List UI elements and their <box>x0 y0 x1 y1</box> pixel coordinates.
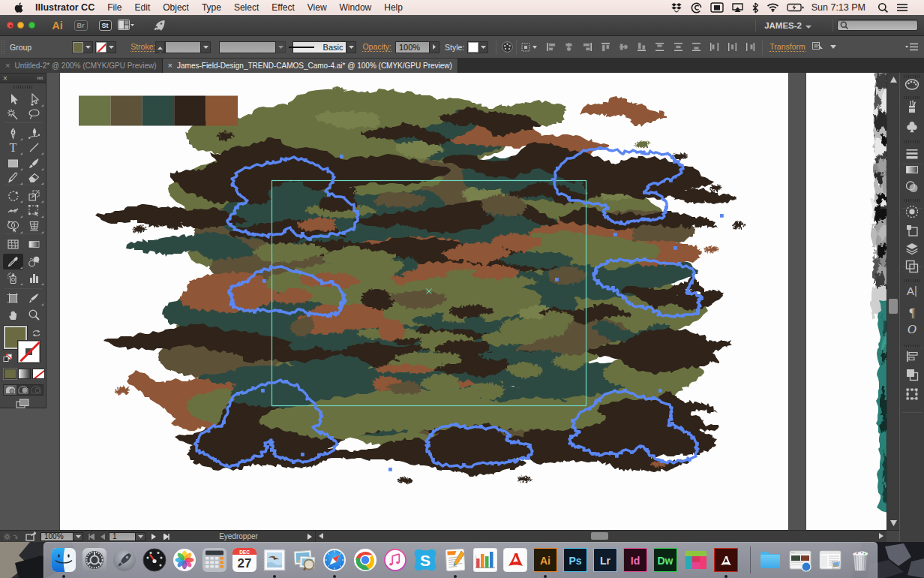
distribute-bottom-button[interactable] <box>692 42 701 52</box>
color-mode-button[interactable] <box>4 369 16 379</box>
panel-links-icon[interactable] <box>903 222 921 239</box>
gpu-performance-icon[interactable] <box>154 20 166 31</box>
scroll-up-arrow[interactable] <box>887 74 899 85</box>
fill-color-swatch[interactable] <box>73 42 83 53</box>
dock-app-acrobat-dc[interactable] <box>714 548 738 572</box>
dock-app-calculator[interactable] <box>202 548 226 572</box>
window-zoom-button[interactable] <box>28 22 35 29</box>
dock-app-window-mail[interactable] <box>818 548 842 572</box>
panel-dock-grip[interactable] <box>904 279 920 282</box>
stroke-color-swatch[interactable] <box>96 42 106 53</box>
share-icon[interactable] <box>26 531 37 541</box>
tool-shape-builder[interactable] <box>3 218 23 234</box>
camo-artwork[interactable] <box>95 86 746 485</box>
sync-settings-icon[interactable] <box>3 532 18 541</box>
fill-color-dropdown[interactable] <box>83 41 93 53</box>
default-fill-stroke-icon[interactable] <box>3 352 13 366</box>
scroll-left-arrow[interactable] <box>318 533 323 539</box>
align-top-button[interactable] <box>601 42 610 52</box>
dock-app-numbers[interactable] <box>473 548 497 572</box>
tool-paintbrush[interactable] <box>24 155 44 171</box>
menu-item-select[interactable]: Select <box>234 2 259 13</box>
panel-layers-icon[interactable] <box>903 240 921 257</box>
arrange-documents-button[interactable] <box>118 20 134 31</box>
dock-app-preview[interactable] <box>292 548 316 572</box>
align-to-selection-button[interactable] <box>520 42 537 53</box>
dock-app-mail[interactable] <box>262 548 286 572</box>
panel-color-icon[interactable] <box>903 76 921 92</box>
palette-swatch-2[interactable] <box>110 96 142 126</box>
first-artboard-button[interactable] <box>87 534 94 540</box>
align-right-button[interactable] <box>583 42 592 52</box>
menu-item-window[interactable]: Window <box>340 2 372 13</box>
dock-app-dreamweaver[interactable]: Dw <box>653 548 677 572</box>
stroke-weight-dropdown[interactable] <box>201 41 211 53</box>
brush-definition-dropdown[interactable] <box>346 41 356 53</box>
collapse-icon[interactable]: «« <box>37 74 43 83</box>
zoom-field[interactable]: 100% <box>40 532 74 541</box>
bridge-button[interactable]: Br <box>74 20 88 31</box>
dock-app-photoshop[interactable]: Ps <box>563 548 587 572</box>
panel-opentype-icon[interactable]: O <box>903 321 921 338</box>
previous-artboard-button[interactable] <box>100 534 105 540</box>
opacity-panel-link[interactable]: Opacity: <box>362 42 392 52</box>
tool-zoom[interactable] <box>24 307 44 323</box>
dock-app-photos[interactable] <box>172 548 196 572</box>
window-close-button[interactable] <box>7 22 14 29</box>
airplay-icon[interactable] <box>731 3 744 13</box>
swap-fill-stroke-icon[interactable] <box>32 327 40 340</box>
menu-item-object[interactable]: Object <box>163 2 189 13</box>
palette-swatch-5[interactable] <box>206 96 238 126</box>
artboard-number-field[interactable]: 1 <box>109 532 136 541</box>
tool-blend[interactable] <box>24 254 44 269</box>
tool-perspective-grid[interactable] <box>24 218 44 234</box>
panel-dock-grip[interactable] <box>904 345 920 348</box>
tool-slice[interactable] <box>24 291 44 306</box>
dock-app-lightroom[interactable]: Lr <box>593 548 617 572</box>
tool-width[interactable] <box>3 203 23 218</box>
menu-item-help[interactable]: Help <box>384 2 403 13</box>
menu-item-edit[interactable]: Edit <box>135 2 151 13</box>
palette-swatch-1[interactable] <box>79 96 110 126</box>
tool-line[interactable] <box>24 140 44 155</box>
width-profile-field[interactable] <box>219 41 276 53</box>
zoom-dropdown[interactable] <box>74 532 83 541</box>
panel-paragraph-icon[interactable]: ¶ <box>903 304 921 321</box>
panel-symbols-icon[interactable] <box>903 119 921 136</box>
stroke-weight-field[interactable] <box>165 41 201 53</box>
close-icon[interactable]: × <box>5 62 10 70</box>
distribute-center-v-button[interactable] <box>674 42 683 52</box>
panel-menu-icon[interactable] <box>905 43 918 52</box>
panel-brushes-icon[interactable] <box>903 99 921 116</box>
dock-app-dashboard[interactable] <box>142 548 166 572</box>
tools-panel-header[interactable]: ×«« <box>0 74 46 83</box>
palette-swatch-4[interactable] <box>174 96 206 126</box>
wifi-icon[interactable] <box>766 3 779 12</box>
align-center-v-button[interactable] <box>619 42 628 52</box>
none-mode-button[interactable] <box>32 369 45 379</box>
tool-direct-selection[interactable] <box>24 92 44 107</box>
creative-cloud-icon[interactable] <box>690 2 703 14</box>
distribute-left-button[interactable] <box>710 42 719 52</box>
tool-scale[interactable] <box>24 188 44 203</box>
horizontal-scrollbar[interactable] <box>315 531 886 542</box>
tool-free-transform[interactable] <box>24 203 44 218</box>
panel-gradient-icon[interactable] <box>903 161 921 178</box>
menu-item-effect[interactable]: Effect <box>272 2 294 13</box>
tools-panel-grip[interactable] <box>14 86 33 89</box>
dock-app-indesign[interactable]: Id <box>623 548 647 572</box>
close-icon[interactable]: × <box>168 62 172 70</box>
opacity-field[interactable]: 100% <box>395 41 430 53</box>
dock-app-finder[interactable] <box>52 548 76 572</box>
width-profile-dropdown[interactable] <box>276 41 286 53</box>
tool-pen[interactable] <box>3 125 23 141</box>
horizontal-scroll-thumb[interactable] <box>591 532 608 540</box>
dock-app-itunes[interactable] <box>383 548 407 572</box>
transform-panel-link[interactable]: Transform <box>770 42 805 52</box>
tool-column-graph[interactable] <box>24 270 44 286</box>
distribute-top-button[interactable] <box>655 42 664 52</box>
tool-lasso[interactable] <box>24 107 44 122</box>
dock-app-pages[interactable] <box>443 548 467 572</box>
vertical-scroll-thumb[interactable] <box>889 299 898 314</box>
close-icon[interactable]: × <box>3 74 8 83</box>
